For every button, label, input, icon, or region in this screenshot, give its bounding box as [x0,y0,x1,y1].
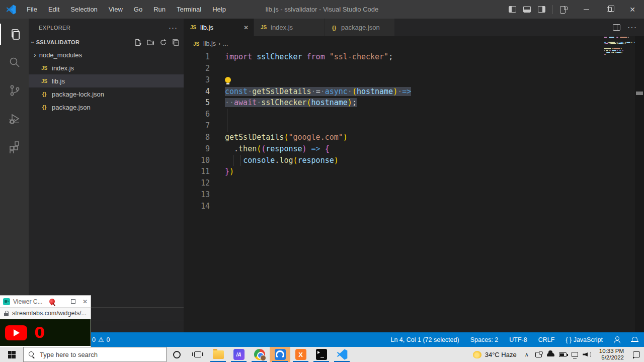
file-item-node-modules[interactable]: ›node_modules [29,48,184,61]
overview-ruler [635,36,644,332]
file-item-package-lock-json[interactable]: {}package-lock.json [29,87,184,101]
menu-run[interactable]: Run [148,0,171,19]
breadcrumb-more[interactable]: ... [223,40,228,47]
activitybar-explorer-icon[interactable] [0,22,29,47]
new-file-icon[interactable] [134,39,142,46]
taskbar-search[interactable]: Type here to search [23,347,167,362]
status-language-mode[interactable]: { } JavaScript [566,336,603,343]
minimap[interactable] [604,36,635,60]
code-line-8[interactable]: 8getSslDetails("google.com") [184,132,644,143]
cortana-button[interactable] [167,347,187,362]
code-line-10[interactable]: 10 console.log(response) [184,155,644,166]
code-token [307,144,311,153]
menu-view[interactable]: View [103,0,128,19]
code-token: . [225,144,238,153]
weather-widget[interactable]: 34°C Haze [469,351,521,358]
file-item-index-js[interactable]: JSindex.js [29,61,184,74]
viewer-count-window[interactable]: Viewer C... ✕ streamlabs.com/widgets/...… [0,296,91,347]
warning-count: 0 [107,336,110,343]
status-encoding[interactable]: UTF-8 [509,336,527,343]
indent-guide [227,120,227,132]
tab-index-js[interactable]: JSindex.js [254,19,325,36]
meet-now-icon[interactable] [533,352,545,357]
activitybar-extensions-icon[interactable] [0,134,29,159]
status-eol[interactable]: CRLF [538,336,555,343]
activitybar-run-debug-icon[interactable] [0,106,29,131]
task-view-button[interactable] [187,347,208,362]
taskbar-app-file-explorer[interactable] [208,347,228,362]
chevron-right-icon: › [34,51,36,59]
tab-close-icon[interactable]: ✕ [236,24,249,31]
menu-go[interactable]: Go [128,0,148,19]
refresh-icon[interactable] [159,39,167,46]
code-line-6[interactable]: 6 [184,109,644,120]
code-line-13[interactable]: 13 [184,189,644,201]
code-line-14[interactable]: 14 [184,201,644,212]
restore-button[interactable] [598,0,621,19]
lightbulb-icon[interactable] [225,77,231,83]
tab-package-json[interactable]: {}package.json [325,19,395,36]
tray-time: 10:33 PM [599,348,624,354]
feedback-icon[interactable] [614,336,620,343]
close-button[interactable]: ✕ [621,0,644,19]
taskbar-app-chrome[interactable] [249,347,270,362]
network-icon[interactable] [569,352,581,357]
menu-file[interactable]: File [21,0,43,19]
code-line-5[interactable]: 5··await·sslChecker(hostname); [184,97,644,109]
collapse-folders-icon[interactable] [172,39,180,46]
toggle-panel-icon[interactable] [523,6,531,13]
toggle-secondary-sidebar-icon[interactable] [538,6,545,13]
viewer-close-icon[interactable]: ✕ [83,298,88,305]
new-folder-icon[interactable] [147,39,154,46]
code-line-2[interactable]: 2 [184,63,644,74]
code-line-11[interactable]: 11}) [184,166,644,177]
notifications-bell-icon[interactable] [631,336,638,343]
toggle-sidebar-icon[interactable] [509,6,516,13]
status-indentation[interactable]: Spaces: 2 [470,336,499,343]
code-line-7[interactable]: 7 [184,120,644,132]
viewer-url-bar[interactable]: streamlabs.com/widgets/... [0,307,91,319]
taskbar-app-vscode[interactable] [332,347,352,362]
menu-edit[interactable]: Edit [43,0,65,19]
code-line-9[interactable]: 9 .then((response) => { [184,143,644,155]
viewer-maximize-icon[interactable] [71,299,75,304]
menu-help[interactable]: Help [207,0,231,19]
viewer-url[interactable]: streamlabs.com/widgets/... [12,310,87,317]
code-line-12[interactable]: 12 [184,177,644,189]
minimize-button[interactable] [575,0,598,19]
tab-lib-js[interactable]: JSlib.js✕ [184,19,254,36]
menu-selection[interactable]: Selection [65,0,103,19]
activitybar-source-control-icon[interactable] [0,78,29,103]
action-center-button[interactable] [629,351,644,357]
start-button[interactable] [0,347,23,362]
code-line-3[interactable]: 3 [184,74,644,86]
customize-layout-icon[interactable] [560,6,568,13]
code-line-4[interactable]: 4const·getSslDetails·=·async·(hostname)·… [184,86,644,98]
file-label: node_modules [39,51,82,59]
file-item-package-json[interactable]: {}package.json [29,101,184,114]
taskbar-clock[interactable]: 10:33 PM 5/2/2022 [593,348,629,361]
breadcrumb-file[interactable]: lib.js [203,40,216,47]
activitybar-search-icon[interactable] [0,50,29,75]
workspace-section[interactable]: › SSLVALIDATOR [29,36,184,48]
taskbar-app-terminal[interactable] [311,347,332,362]
battery-icon[interactable] [557,352,569,357]
onedrive-cloud-icon[interactable] [545,352,557,356]
js-file-icon: JS [259,25,268,30]
taskbar-app-purple-app[interactable]: /A [228,347,249,362]
tray-expand-chevron[interactable]: ∧ [521,351,533,358]
menu-terminal[interactable]: Terminal [171,0,207,19]
split-editor-icon[interactable] [613,24,620,31]
code-line-1[interactable]: 1import sslChecker from "ssl-checker"; [184,51,644,63]
editor-more-icon[interactable]: ··· [627,23,637,32]
pin-icon[interactable] [48,298,56,305]
taskbar-app-streamlabs[interactable] [270,347,290,362]
file-item-lib-js[interactable]: JSlib.js [29,74,184,87]
viewer-window-titlebar[interactable]: Viewer C... ✕ [0,296,91,307]
status-cursor-position[interactable]: Ln 4, Col 1 (72 selected) [390,336,459,343]
code-editor[interactable]: 1import sslChecker from "ssl-checker";23… [184,51,644,332]
volume-icon[interactable] [581,352,593,357]
explorer-more-icon[interactable]: ··· [169,23,178,32]
breadcrumb[interactable]: JS lib.js › ... [184,36,644,51]
taskbar-app-xampp[interactable]: X [290,347,311,362]
